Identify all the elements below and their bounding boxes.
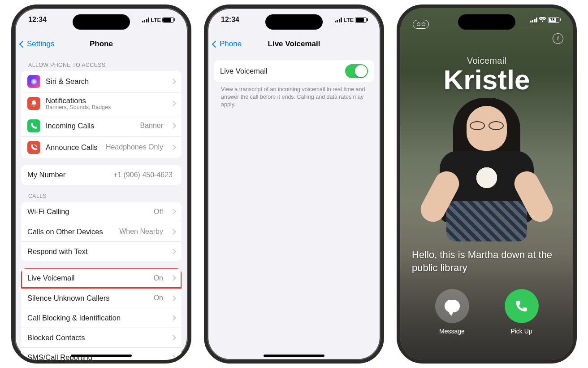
row-sms-call-reporting[interactable]: SMS/Call Reporting xyxy=(21,347,182,360)
back-button[interactable]: Phone xyxy=(213,39,242,48)
toggle-switch-on[interactable] xyxy=(345,64,368,78)
status-time: 12:34 xyxy=(221,16,239,24)
network-label: LTE xyxy=(151,17,161,23)
chevron-right-icon xyxy=(170,123,176,129)
pickup-action[interactable]: Pick Up xyxy=(505,289,539,335)
row-silence-unknown[interactable]: Silence Unknown Callers On xyxy=(21,288,182,308)
live-transcript: Hello, this is Martha down at the public… xyxy=(412,248,562,275)
chevron-left-icon xyxy=(212,40,219,48)
back-label: Phone xyxy=(220,39,242,48)
nav-bar: Phone Live Voicemail xyxy=(208,34,380,54)
call-actions: Message Pick Up xyxy=(400,289,573,335)
signal-icon xyxy=(530,17,538,22)
row-live-voicemail[interactable]: Live Voicemail On xyxy=(21,268,182,288)
status-time: 12:34 xyxy=(28,16,47,24)
chevron-right-icon xyxy=(170,229,176,235)
group-calls-1: Wi-Fi Calling Off Calls on Other Devices… xyxy=(21,202,182,261)
chevron-right-icon xyxy=(170,145,176,150)
chevron-right-icon xyxy=(170,276,176,281)
home-indicator[interactable] xyxy=(264,355,324,357)
battery-icon: 84 xyxy=(162,17,175,23)
chevron-right-icon xyxy=(170,79,176,84)
row-wifi-calling[interactable]: Wi-Fi Calling Off xyxy=(21,202,182,222)
dynamic-island xyxy=(265,14,323,30)
pickup-button[interactable] xyxy=(505,289,539,323)
group-calls-2: Live Voicemail On Silence Unknown Caller… xyxy=(21,268,182,360)
caller-name: Kristle xyxy=(400,66,573,94)
signal-icon xyxy=(142,17,150,22)
incoming-call-icon xyxy=(27,119,40,132)
row-respond-with-text[interactable]: Respond with Text xyxy=(21,241,182,261)
footer-explainer: View a transcript of an incoming voicema… xyxy=(214,82,374,112)
group-toggle: Live Voicemail xyxy=(214,60,374,82)
row-calls-other-devices[interactable]: Calls on Other Devices When Nearby xyxy=(21,222,182,241)
info-button[interactable]: i xyxy=(553,33,563,44)
device-voicemail-call: 78 i Voicemail Kristle Hello, this is Ma… xyxy=(397,4,577,364)
battery-icon: 78 xyxy=(548,17,561,23)
device-phone-settings: 12:34 LTE 84 Settings Phone Allow Phone … xyxy=(11,4,191,364)
row-my-number[interactable]: My Number +1 (906) 450-4623 xyxy=(21,165,182,185)
row-incoming-calls[interactable]: Incoming Calls Banner xyxy=(21,115,182,136)
chevron-right-icon xyxy=(170,209,176,215)
chevron-right-icon xyxy=(170,335,176,341)
row-notifications[interactable]: Notifications Banners, Sounds, Badges xyxy=(21,92,182,115)
dynamic-island xyxy=(73,14,130,30)
message-action[interactable]: Message xyxy=(435,289,469,335)
message-label: Message xyxy=(439,328,465,335)
chevron-right-icon xyxy=(170,295,176,301)
battery-icon: 84 xyxy=(355,17,368,23)
signal-icon xyxy=(335,17,342,22)
section-header-access: Allow Phone to Access xyxy=(21,54,182,71)
network-label: LTE xyxy=(343,17,354,23)
section-header-calls: Calls xyxy=(21,185,182,202)
caller-header: Voicemail Kristle xyxy=(400,56,573,94)
home-indicator[interactable] xyxy=(71,355,132,357)
row-call-blocking[interactable]: Call Blocking & Identification xyxy=(21,308,182,328)
siri-icon xyxy=(27,75,40,88)
chevron-right-icon xyxy=(170,315,176,321)
message-icon xyxy=(445,300,460,312)
chevron-right-icon xyxy=(170,101,176,107)
back-button[interactable]: Settings xyxy=(20,39,54,48)
announce-calls-icon xyxy=(27,141,40,154)
row-siri[interactable]: Siri & Search xyxy=(21,71,182,92)
group-access: Siri & Search Notifications Banners, Sou… xyxy=(21,71,182,158)
nav-bar: Settings Phone xyxy=(15,34,188,54)
chevron-right-icon xyxy=(170,249,176,254)
message-button[interactable] xyxy=(435,289,469,323)
chevron-right-icon xyxy=(170,355,176,360)
row-blocked-contacts[interactable]: Blocked Contacts xyxy=(21,328,182,347)
phone-icon xyxy=(515,299,528,313)
chevron-left-icon xyxy=(19,40,26,48)
back-label: Settings xyxy=(27,39,54,48)
wifi-icon xyxy=(539,17,546,23)
device-live-voicemail-setting: 12:34 LTE 84 Phone Live Voicemail Live V… xyxy=(204,4,384,364)
group-my-number: My Number +1 (906) 450-4623 xyxy=(21,165,182,185)
notifications-icon xyxy=(27,97,40,110)
dynamic-island xyxy=(458,14,515,30)
row-live-voicemail-toggle[interactable]: Live Voicemail xyxy=(214,60,374,82)
row-announce-calls[interactable]: Announce Calls Headphones Only xyxy=(21,136,182,158)
contact-portrait xyxy=(433,98,540,241)
pickup-label: Pick Up xyxy=(510,328,532,335)
